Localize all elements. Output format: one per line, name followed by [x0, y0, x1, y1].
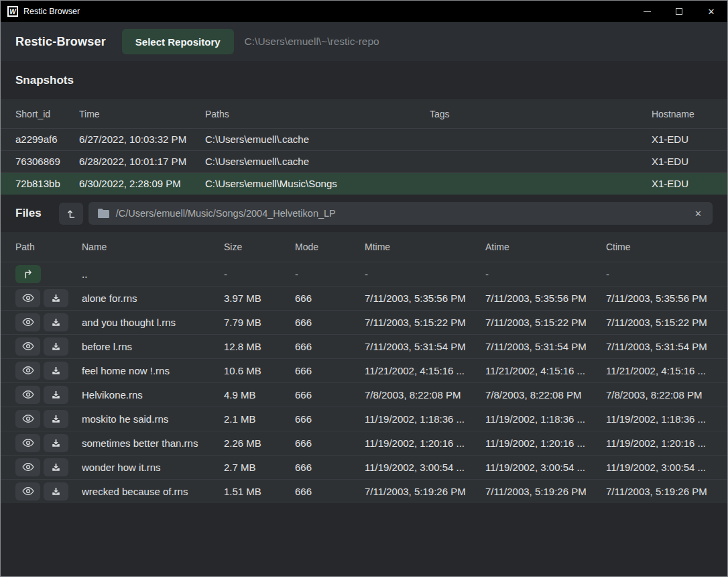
file-name: and you thought l.rns	[82, 317, 224, 328]
file-mtime: 7/11/2003, 5:15:22 PM	[365, 317, 485, 328]
app-logo-icon: W	[7, 6, 18, 17]
preview-file-button[interactable]	[15, 482, 40, 501]
file-size: 2.7 MB	[224, 462, 295, 473]
eye-icon	[22, 317, 34, 327]
file-row[interactable]: alone for.rns3.97 MB6667/11/2003, 5:35:5…	[1, 286, 727, 310]
file-row[interactable]: before l.rns12.8 MB6667/11/2003, 5:31:54…	[1, 334, 727, 358]
snapshot-short-id: a2299af6	[15, 134, 79, 145]
download-file-button[interactable]	[44, 482, 68, 501]
preview-file-button[interactable]	[15, 313, 40, 331]
download-file-button[interactable]	[44, 434, 68, 452]
titlebar: W Restic Browser ✕	[1, 1, 727, 22]
snapshot-row[interactable]: 72b813bb6/30/2022, 2:28:09 PMC:\Users\em…	[1, 172, 727, 195]
file-name: Helvikone.rns	[82, 389, 224, 401]
file-mode: 666	[295, 486, 365, 497]
file-size: 2.26 MB	[224, 437, 295, 449]
file-ctime: 11/21/2002, 4:15:16 ...	[606, 365, 713, 376]
file-ctime: -	[606, 268, 713, 280]
close-button[interactable]: ✕	[695, 1, 727, 22]
path-input[interactable]: /C/Users/emuell/Music/Songs/2004_Helveti…	[88, 202, 713, 225]
file-size: 7.79 MB	[224, 317, 295, 328]
row-actions	[15, 337, 82, 356]
minimize-button[interactable]	[631, 1, 663, 22]
download-file-button[interactable]	[44, 458, 68, 476]
download-file-button[interactable]	[44, 337, 68, 356]
file-size: 3.97 MB	[224, 293, 295, 304]
files-section-header: Files /C/Users/emuell/Music/Songs/2004_H…	[1, 195, 727, 232]
snapshot-time: 6/27/2022, 10:03:32 PM	[79, 134, 205, 145]
download-icon	[51, 390, 61, 400]
file-row[interactable]: and you thought l.rns7.79 MB6667/11/2003…	[1, 310, 727, 334]
snapshots-rows: a2299af66/27/2022, 10:03:32 PMC:\Users\e…	[1, 128, 727, 195]
eye-icon	[22, 366, 34, 375]
file-row[interactable]: feel home now !.rns10.6 MB66611/21/2002,…	[1, 358, 727, 382]
snapshot-row[interactable]: a2299af66/27/2022, 10:03:32 PMC:\Users\e…	[1, 128, 727, 150]
file-atime: -	[485, 268, 606, 280]
snapshots-section-header: Snapshots	[1, 61, 727, 99]
select-repository-button[interactable]: Select Repository	[122, 29, 234, 54]
preview-file-button[interactable]	[15, 434, 40, 452]
file-size: 2.1 MB	[224, 413, 295, 425]
file-row[interactable]: Helvikone.rns4.9 MB6667/8/2003, 8:22:08 …	[1, 382, 727, 407]
preview-file-button[interactable]	[15, 362, 40, 380]
file-ctime: 7/11/2003, 5:19:26 PM	[606, 486, 713, 497]
column-header-atime: Atime	[485, 242, 606, 252]
preview-file-button[interactable]	[15, 410, 40, 428]
snapshot-time: 6/28/2022, 10:01:17 PM	[79, 156, 205, 167]
file-name: sometimes better than.rns	[82, 437, 224, 449]
file-mtime: 7/11/2003, 5:35:56 PM	[365, 293, 485, 304]
column-header-time: Time	[79, 109, 205, 119]
folder-icon	[98, 209, 109, 218]
row-actions	[15, 289, 82, 307]
file-ctime: 7/11/2003, 5:31:54 PM	[606, 341, 713, 352]
clear-path-icon[interactable]: ✕	[693, 207, 703, 220]
download-icon	[51, 293, 61, 303]
snapshot-hostname: X1-EDU	[652, 156, 713, 167]
file-name: moskito he said.rns	[82, 413, 224, 425]
maximize-button[interactable]	[663, 1, 695, 22]
app-title: Restic-Browser	[15, 35, 106, 49]
download-file-button[interactable]	[44, 386, 68, 404]
snapshots-title: Snapshots	[15, 74, 74, 87]
file-row[interactable]: wrecked because of.rns1.51 MB6667/11/200…	[1, 479, 727, 503]
file-ctime: 7/8/2003, 8:22:08 PM	[606, 389, 713, 401]
file-mtime: 7/11/2003, 5:19:26 PM	[365, 486, 485, 497]
file-mode: 666	[295, 293, 365, 304]
tree-toggle-button[interactable]	[59, 203, 83, 225]
download-file-button[interactable]	[44, 313, 68, 331]
snapshot-hostname: X1-EDU	[652, 134, 713, 145]
maximize-icon	[676, 8, 682, 15]
app-window: W Restic Browser ✕ Restic-Browser Select…	[0, 0, 728, 577]
file-name: before l.rns	[82, 341, 224, 352]
file-row[interactable]: wonder how it.rns2.7 MB66611/19/2002, 3:…	[1, 455, 727, 479]
file-ctime: 11/19/2002, 1:18:36 ...	[606, 413, 713, 425]
file-name: wrecked because of.rns	[82, 486, 224, 497]
download-file-button[interactable]	[44, 410, 68, 428]
file-mtime: 11/21/2002, 4:15:16 ...	[365, 365, 485, 376]
download-file-button[interactable]	[44, 362, 68, 380]
file-mode: 666	[295, 437, 365, 449]
download-icon	[51, 414, 61, 424]
file-atime: 7/11/2003, 5:19:26 PM	[485, 486, 606, 497]
repository-path[interactable]: C:\Users\emuell\~\restic-repo	[245, 36, 379, 48]
snapshot-row[interactable]: 763068696/28/2022, 10:01:17 PMC:\Users\e…	[1, 150, 727, 172]
preview-file-button[interactable]	[15, 386, 40, 404]
file-row[interactable]: moskito he said.rns2.1 MB66611/19/2002, …	[1, 407, 727, 431]
files-rows: ..-----alone for.rns3.97 MB6667/11/2003,…	[1, 262, 727, 503]
file-mode: 666	[295, 413, 365, 425]
snapshot-short-id: 72b813bb	[15, 178, 79, 189]
column-header-path: Path	[15, 242, 82, 252]
download-icon	[51, 486, 61, 496]
file-row[interactable]: sometimes better than.rns2.26 MB66611/19…	[1, 431, 727, 455]
file-row-parent[interactable]: ..-----	[1, 262, 727, 286]
file-mode: -	[295, 268, 365, 280]
up-then-right-arrow-icon	[23, 269, 34, 279]
files-table-header: Path Name Size Mode Mtime Atime Ctime	[1, 232, 727, 262]
preview-file-button[interactable]	[15, 337, 40, 356]
go-to-parent-button[interactable]	[15, 265, 41, 283]
column-header-mode: Mode	[295, 242, 365, 252]
download-file-button[interactable]	[44, 289, 68, 307]
file-name: wonder how it.rns	[82, 462, 224, 473]
preview-file-button[interactable]	[15, 458, 40, 476]
preview-file-button[interactable]	[15, 289, 40, 307]
